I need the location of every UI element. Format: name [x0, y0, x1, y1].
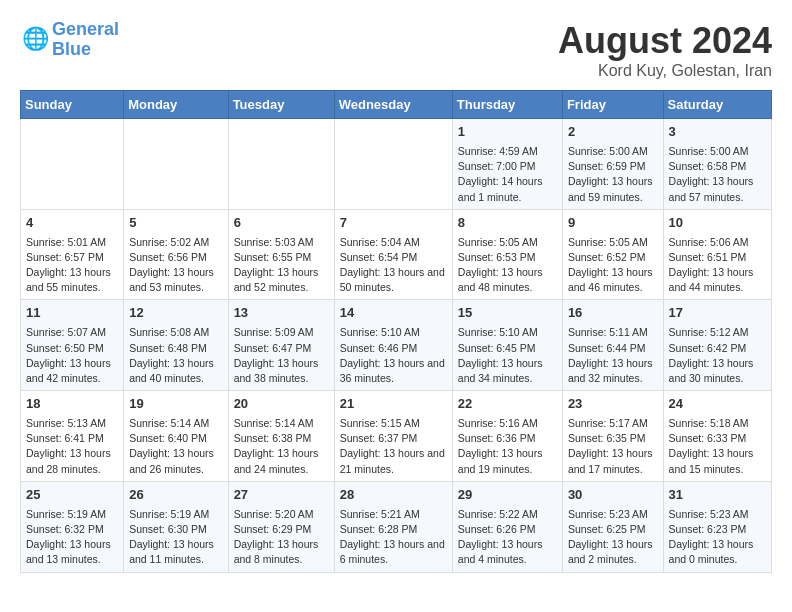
- week-row-4: 18Sunrise: 5:13 AMSunset: 6:41 PMDayligh…: [21, 391, 772, 482]
- calendar-table: SundayMondayTuesdayWednesdayThursdayFrid…: [20, 90, 772, 573]
- day-number: 16: [568, 304, 658, 323]
- day-info: Sunset: 6:23 PM: [669, 522, 766, 537]
- day-number: 4: [26, 214, 118, 233]
- day-info: Daylight: 13 hours and 38 minutes.: [234, 356, 329, 386]
- day-info: Sunset: 6:40 PM: [129, 431, 222, 446]
- day-info: Sunrise: 5:12 AM: [669, 325, 766, 340]
- day-info: Sunrise: 5:22 AM: [458, 507, 557, 522]
- calendar-cell: 26Sunrise: 5:19 AMSunset: 6:30 PMDayligh…: [124, 481, 228, 572]
- day-info: Sunset: 6:36 PM: [458, 431, 557, 446]
- calendar-cell: 22Sunrise: 5:16 AMSunset: 6:36 PMDayligh…: [452, 391, 562, 482]
- calendar-cell: 5Sunrise: 5:02 AMSunset: 6:56 PMDaylight…: [124, 209, 228, 300]
- week-row-5: 25Sunrise: 5:19 AMSunset: 6:32 PMDayligh…: [21, 481, 772, 572]
- day-info: Sunset: 6:32 PM: [26, 522, 118, 537]
- day-info: Sunrise: 4:59 AM: [458, 144, 557, 159]
- day-number: 21: [340, 395, 447, 414]
- day-number: 9: [568, 214, 658, 233]
- day-info: Sunrise: 5:01 AM: [26, 235, 118, 250]
- day-info: Sunrise: 5:00 AM: [568, 144, 658, 159]
- day-number: 18: [26, 395, 118, 414]
- day-info: Sunset: 6:45 PM: [458, 341, 557, 356]
- day-info: Sunrise: 5:13 AM: [26, 416, 118, 431]
- day-number: 24: [669, 395, 766, 414]
- weekday-header-wednesday: Wednesday: [334, 91, 452, 119]
- day-info: Sunset: 6:50 PM: [26, 341, 118, 356]
- day-number: 1: [458, 123, 557, 142]
- day-number: 23: [568, 395, 658, 414]
- day-info: Daylight: 13 hours and 0 minutes.: [669, 537, 766, 567]
- day-number: 7: [340, 214, 447, 233]
- calendar-subtitle: Kord Kuy, Golestan, Iran: [558, 62, 772, 80]
- day-info: Sunset: 6:52 PM: [568, 250, 658, 265]
- calendar-cell: 10Sunrise: 5:06 AMSunset: 6:51 PMDayligh…: [663, 209, 771, 300]
- day-info: Sunrise: 5:14 AM: [234, 416, 329, 431]
- calendar-cell: 2Sunrise: 5:00 AMSunset: 6:59 PMDaylight…: [562, 119, 663, 210]
- day-number: 22: [458, 395, 557, 414]
- day-info: Daylight: 13 hours and 42 minutes.: [26, 356, 118, 386]
- calendar-cell: 9Sunrise: 5:05 AMSunset: 6:52 PMDaylight…: [562, 209, 663, 300]
- day-info: Daylight: 13 hours and 6 minutes.: [340, 537, 447, 567]
- day-info: Daylight: 13 hours and 15 minutes.: [669, 446, 766, 476]
- day-info: Sunrise: 5:10 AM: [458, 325, 557, 340]
- day-info: Daylight: 13 hours and 50 minutes.: [340, 265, 447, 295]
- week-row-3: 11Sunrise: 5:07 AMSunset: 6:50 PMDayligh…: [21, 300, 772, 391]
- day-info: Sunrise: 5:23 AM: [669, 507, 766, 522]
- day-number: 10: [669, 214, 766, 233]
- calendar-cell: 12Sunrise: 5:08 AMSunset: 6:48 PMDayligh…: [124, 300, 228, 391]
- calendar-cell: 30Sunrise: 5:23 AMSunset: 6:25 PMDayligh…: [562, 481, 663, 572]
- day-number: 5: [129, 214, 222, 233]
- calendar-cell: 25Sunrise: 5:19 AMSunset: 6:32 PMDayligh…: [21, 481, 124, 572]
- day-number: 29: [458, 486, 557, 505]
- day-info: Sunset: 6:47 PM: [234, 341, 329, 356]
- day-info: Sunrise: 5:09 AM: [234, 325, 329, 340]
- calendar-cell: 3Sunrise: 5:00 AMSunset: 6:58 PMDaylight…: [663, 119, 771, 210]
- day-info: Daylight: 13 hours and 11 minutes.: [129, 537, 222, 567]
- svg-text:🌐: 🌐: [22, 26, 48, 52]
- day-info: Daylight: 13 hours and 57 minutes.: [669, 174, 766, 204]
- calendar-cell: 4Sunrise: 5:01 AMSunset: 6:57 PMDaylight…: [21, 209, 124, 300]
- calendar-cell: 1Sunrise: 4:59 AMSunset: 7:00 PMDaylight…: [452, 119, 562, 210]
- calendar-cell: 18Sunrise: 5:13 AMSunset: 6:41 PMDayligh…: [21, 391, 124, 482]
- day-info: Sunrise: 5:19 AM: [129, 507, 222, 522]
- day-info: Sunrise: 5:17 AM: [568, 416, 658, 431]
- day-number: 8: [458, 214, 557, 233]
- calendar-cell: 20Sunrise: 5:14 AMSunset: 6:38 PMDayligh…: [228, 391, 334, 482]
- calendar-cell: 24Sunrise: 5:18 AMSunset: 6:33 PMDayligh…: [663, 391, 771, 482]
- day-info: Sunrise: 5:14 AM: [129, 416, 222, 431]
- day-info: Sunset: 6:33 PM: [669, 431, 766, 446]
- calendar-title: August 2024: [558, 20, 772, 62]
- day-info: Sunset: 6:38 PM: [234, 431, 329, 446]
- day-info: Sunrise: 5:21 AM: [340, 507, 447, 522]
- calendar-cell: 31Sunrise: 5:23 AMSunset: 6:23 PMDayligh…: [663, 481, 771, 572]
- logo-line2: Blue: [52, 39, 91, 59]
- day-info: Sunrise: 5:20 AM: [234, 507, 329, 522]
- logo-text: General Blue: [52, 20, 119, 60]
- day-info: Daylight: 13 hours and 17 minutes.: [568, 446, 658, 476]
- day-info: Daylight: 13 hours and 53 minutes.: [129, 265, 222, 295]
- day-info: Daylight: 13 hours and 44 minutes.: [669, 265, 766, 295]
- day-number: 11: [26, 304, 118, 323]
- calendar-cell: [228, 119, 334, 210]
- day-info: Sunset: 6:59 PM: [568, 159, 658, 174]
- weekday-header-thursday: Thursday: [452, 91, 562, 119]
- day-number: 15: [458, 304, 557, 323]
- day-info: Daylight: 13 hours and 34 minutes.: [458, 356, 557, 386]
- day-info: Sunrise: 5:18 AM: [669, 416, 766, 431]
- day-info: Sunrise: 5:05 AM: [568, 235, 658, 250]
- day-info: Sunset: 6:53 PM: [458, 250, 557, 265]
- weekday-header-sunday: Sunday: [21, 91, 124, 119]
- day-info: Daylight: 13 hours and 46 minutes.: [568, 265, 658, 295]
- day-info: Sunset: 6:29 PM: [234, 522, 329, 537]
- day-info: Sunset: 6:44 PM: [568, 341, 658, 356]
- day-info: Sunset: 6:54 PM: [340, 250, 447, 265]
- day-info: Sunrise: 5:07 AM: [26, 325, 118, 340]
- calendar-cell: 19Sunrise: 5:14 AMSunset: 6:40 PMDayligh…: [124, 391, 228, 482]
- calendar-cell: [334, 119, 452, 210]
- calendar-cell: 11Sunrise: 5:07 AMSunset: 6:50 PMDayligh…: [21, 300, 124, 391]
- day-number: 2: [568, 123, 658, 142]
- day-info: Sunrise: 5:00 AM: [669, 144, 766, 159]
- day-number: 13: [234, 304, 329, 323]
- day-info: Sunrise: 5:03 AM: [234, 235, 329, 250]
- day-info: Daylight: 13 hours and 48 minutes.: [458, 265, 557, 295]
- day-number: 14: [340, 304, 447, 323]
